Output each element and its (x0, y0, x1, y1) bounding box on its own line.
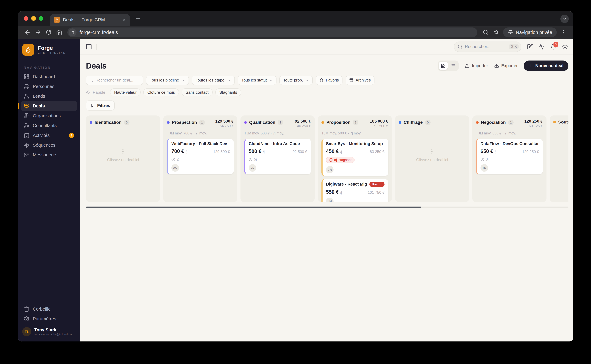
nav-section-label: NAVIGATION (18, 60, 80, 72)
column-weighted: ~92 500 € (370, 124, 388, 128)
kanban-column-prospection: Prospection 1 129 500 € ~64 750 € TJM mo… (163, 116, 237, 202)
archived-filter-button[interactable]: Archivés (346, 76, 375, 85)
empty-drop-zone[interactable]: Glissez un deal ici (90, 125, 156, 185)
quick-filter-row: Rapide : Haute valeur Clôture ce mois Sa… (86, 88, 568, 97)
plus-icon (529, 64, 533, 68)
reload-icon[interactable] (43, 27, 54, 38)
export-button[interactable]: Exporter (494, 63, 517, 68)
scrollbar-thumb[interactable] (86, 207, 421, 208)
bookmark-icon (90, 103, 95, 108)
avatar: JL (249, 164, 256, 172)
chevron-down-icon (227, 78, 231, 82)
browser-toolbar: forge-crm.fr/deals Navigation privée (18, 26, 573, 39)
grid-view-button[interactable] (439, 62, 448, 70)
sidebar-item-sequences[interactable]: Séquences (21, 140, 77, 150)
favorites-filter-button[interactable]: Favoris (316, 76, 343, 85)
kanban-column-qualification: Qualification 1 92 500 € ~46 250 € TJM m… (241, 116, 315, 202)
quick-chip-haute-valeur[interactable]: Haute valeur (110, 88, 141, 97)
activity-pulse-icon[interactable] (539, 44, 545, 50)
stage-select[interactable]: Toutes les étapes (192, 76, 235, 85)
site-settings-icon[interactable] (69, 28, 76, 36)
shortcut-badge: ⌘ K (509, 44, 519, 49)
deal-card-cloudnine[interactable]: CloudNine - Infra As Code 500 € /j 92 50… (244, 139, 311, 174)
filters-button[interactable]: Filtres (86, 100, 115, 110)
sidebar-item-personnes[interactable]: Personnes (21, 82, 77, 91)
deal-search-input[interactable] (86, 76, 143, 85)
sidebar-item-messagerie[interactable]: Messagerie (21, 150, 77, 160)
pipeline-select[interactable]: Tous les pipelines (146, 76, 189, 85)
back-icon[interactable] (22, 27, 33, 38)
archive-icon (349, 78, 353, 82)
kanban-column-chiffrage: Chiffrage 0 Glissez un deal ici (395, 116, 469, 202)
page-content: Deals Importer (80, 54, 573, 341)
forward-icon[interactable] (33, 27, 43, 38)
browser-tab[interactable]: Deals — Forge CRM (50, 14, 130, 26)
tab-close-icon[interactable] (122, 17, 126, 22)
empty-drop-zone[interactable]: Glissez un deal ici (399, 125, 465, 185)
probability-select[interactable]: Toute prob. (279, 76, 313, 85)
global-search-input[interactable]: Rechercher... ⌘ K (454, 41, 521, 52)
kanban-column-negociation: Négociation 1 120 250 € ~60 125 € TJM mo… (472, 116, 546, 202)
close-window-button[interactable] (24, 16, 28, 21)
theme-sun-icon[interactable] (562, 44, 568, 50)
browser-menu-icon[interactable] (558, 27, 569, 38)
minimize-window-button[interactable] (31, 16, 36, 21)
search-icon[interactable] (480, 27, 491, 38)
window-chevron-button[interactable] (560, 15, 569, 23)
stage-dot (244, 121, 247, 124)
deal-count-badge: 1 (508, 120, 514, 125)
chevron-down-icon (181, 78, 185, 82)
trash-icon (24, 306, 29, 312)
home-icon[interactable] (54, 27, 64, 38)
address-bar[interactable]: forge-crm.fr/deals (67, 27, 477, 37)
clock-icon (481, 157, 484, 161)
tab-title: Deals — Forge CRM (63, 17, 119, 22)
deal-card-dataflow[interactable]: DataFlow - DevOps Consultant 650 € /j 12… (476, 139, 543, 174)
sidebar-item-activites[interactable]: Activités 3 (21, 130, 77, 140)
sidebar-item-parametres[interactable]: Paramètres (21, 314, 77, 324)
kanban-board: Identification 0 Glissez un deal ici (86, 116, 568, 202)
deal-card-webfactory[interactable]: WebFactory - Full Stack Dev 700 € /j 129… (167, 139, 234, 174)
mail-icon (24, 152, 29, 158)
quick-chip-stagnants[interactable]: Stagnants (215, 88, 241, 97)
chevron-down-icon (269, 78, 273, 82)
user-menu[interactable]: TS Tony Stark yaniceaouchiche@icloud.com (18, 324, 80, 341)
sidebar-item-dashboard[interactable]: Dashboard (21, 72, 77, 82)
bookmark-star-icon[interactable] (491, 27, 501, 38)
new-deal-button[interactable]: Nouveau deal (524, 60, 568, 71)
brand-tagline: CRM PIPELINE (38, 51, 66, 54)
stage-dot (322, 121, 324, 124)
column-total: 120 250 € (524, 119, 543, 124)
list-view-button[interactable] (449, 62, 458, 70)
sidebar-item-consultants[interactable]: Consultants (21, 121, 77, 130)
clock-icon (171, 157, 175, 161)
sidebar-item-leads[interactable]: Leads (21, 91, 77, 101)
column-stats: TJM moy. 700 € · 7j moy. (167, 131, 234, 135)
user-search-icon (24, 93, 29, 99)
filter-row: Tous les pipelines Toutes les étapes Tou… (86, 76, 568, 85)
clock-icon (249, 157, 252, 161)
main-area: Rechercher... ⌘ K 3 (80, 39, 573, 341)
brand: Forge CRM PIPELINE (18, 39, 80, 60)
column-total: 92 500 € (295, 119, 311, 124)
new-tab-button[interactable] (135, 11, 141, 26)
sidebar-item-organisations[interactable]: Organisations (21, 111, 77, 121)
notifications-bell-icon[interactable]: 3 (550, 44, 556, 50)
maximize-window-button[interactable] (39, 16, 43, 21)
quick-chip-cloture[interactable]: Clôture ce mois (143, 88, 179, 97)
deal-card-smartsys[interactable]: SmartSys - Monitoring Setup 450 € /j 83 … (322, 139, 388, 176)
board-hscrollbar[interactable] (86, 207, 568, 208)
status-select[interactable]: Tous les statut (238, 76, 276, 85)
kanban-column-proposition: Proposition 2 185 000 € ~92 500 € TJM mo… (318, 116, 392, 202)
import-button[interactable]: Importer (465, 63, 488, 68)
sidebar-item-deals[interactable]: Deals (21, 101, 77, 111)
column-weighted: ~46 250 € (295, 124, 311, 128)
deal-card-digiware[interactable]: DigiWare - React Migration Perdu 550 € /… (322, 179, 388, 202)
compose-icon[interactable] (527, 44, 533, 50)
browser-window: Deals — Forge CRM forge-crm.fr/deals Nav… (18, 11, 573, 341)
sidebar-toggle-icon[interactable] (86, 44, 92, 50)
grip-dots-icon (120, 149, 126, 154)
quick-chip-sans-contact[interactable]: Sans contact (181, 88, 213, 97)
deal-count-badge: 1 (199, 120, 205, 125)
sidebar-item-corbeille[interactable]: Corbeille (21, 304, 77, 314)
